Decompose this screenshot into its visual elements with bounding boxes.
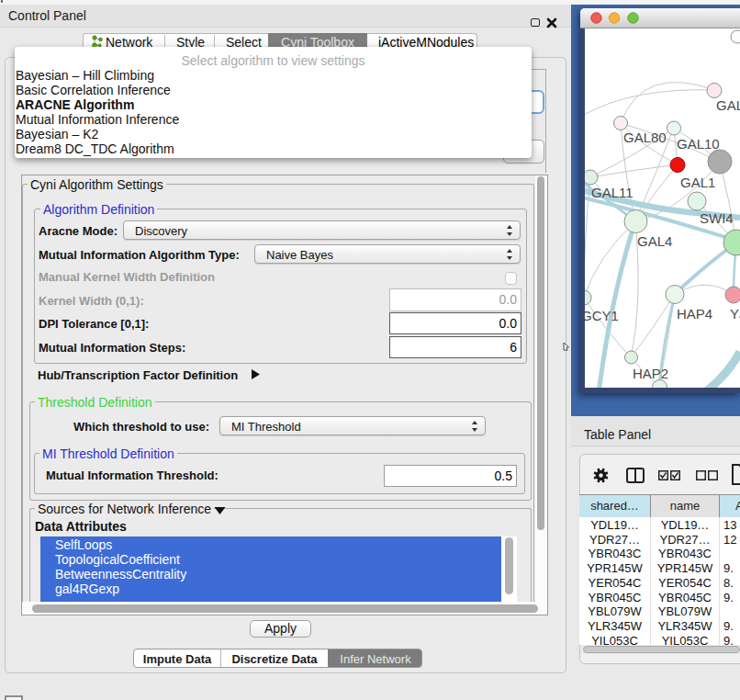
svg-text:GCY1: GCY1 [585,308,619,323]
svg-text:GAL80: GAL80 [623,130,667,145]
svg-text:GAL1: GAL1 [680,175,715,190]
svg-text:HAP2: HAP2 [633,366,668,381]
svg-text:SWI4: SWI4 [700,210,734,226]
svg-text:HAP4: HAP4 [677,306,712,322]
svg-text:GAL4: GAL4 [637,233,672,249]
svg-text:YJ: YJ [730,306,740,322]
svg-text:GAL7: GAL7 [716,97,740,113]
svg-text:GAL10: GAL10 [677,136,720,152]
svg-text:GAL11: GAL11 [591,185,633,200]
